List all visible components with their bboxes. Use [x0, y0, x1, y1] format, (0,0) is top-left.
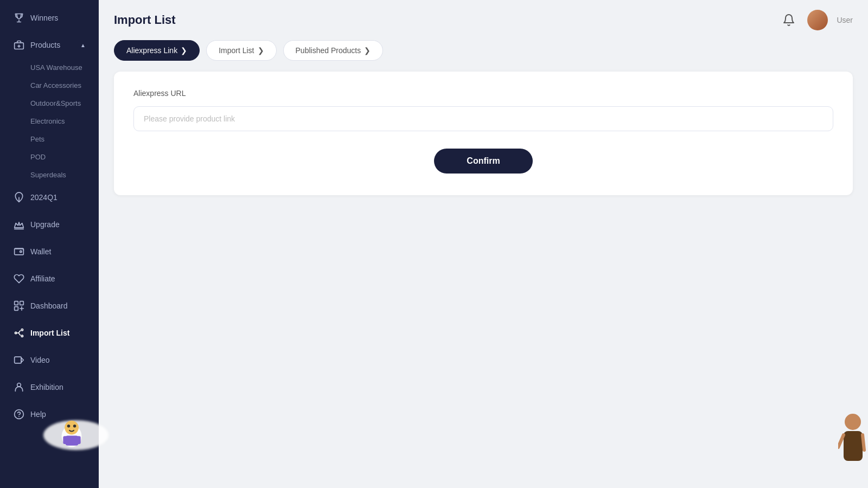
- svg-point-23: [845, 414, 861, 430]
- svg-point-13: [17, 383, 21, 387]
- tab-published-products-chevron-icon: ❯: [364, 46, 371, 55]
- tab-import-list-label: Import List: [219, 46, 254, 55]
- sidebar-item-dashboard-label: Dashboard: [30, 301, 86, 310]
- sidebar-item-help[interactable]: Help: [3, 402, 95, 427]
- sidebar-item-2024q1-label: 2024Q1: [30, 193, 86, 202]
- svg-line-26: [863, 435, 864, 450]
- page-title: Import List: [114, 13, 176, 27]
- leaf-icon: [13, 191, 25, 203]
- tab-import-list-chevron-icon: ❯: [258, 46, 264, 55]
- crown-icon: [13, 219, 25, 230]
- sidebar-item-affiliate-label: Affiliate: [30, 274, 86, 283]
- notification-bell-button[interactable]: [779, 10, 799, 30]
- sidebar-item-dashboard[interactable]: Dashboard: [3, 293, 95, 318]
- svg-marker-12: [21, 358, 23, 362]
- tab-published-products[interactable]: Published Products ❯: [283, 40, 384, 61]
- sidebar-item-upgrade[interactable]: Upgrade: [3, 212, 95, 237]
- tab-aliexpress-link-label: Aliexpress Link: [126, 46, 177, 55]
- chart-icon: [13, 300, 25, 312]
- sidebar-item-products-label: Products: [30, 41, 75, 49]
- svg-point-9: [21, 329, 23, 331]
- tab-aliexpress-link[interactable]: Aliexpress Link ❯: [114, 40, 200, 61]
- sidebar-item-products[interactable]: Products ▲: [3, 33, 95, 57]
- content-area: Aliexpress Link ❯ Import List ❯ Publishe…: [99, 40, 868, 488]
- sidebar-item-wallet[interactable]: Wallet: [3, 239, 95, 264]
- svg-point-10: [21, 335, 23, 337]
- sidebar-item-winners-label: Winners: [30, 14, 86, 22]
- sidebar-item-video[interactable]: Video: [3, 348, 95, 373]
- svg-line-25: [838, 435, 844, 447]
- sidebar-item-pod[interactable]: POD: [3, 149, 95, 165]
- nodes-icon: [13, 327, 25, 339]
- confirm-button-wrapper: Confirm: [133, 149, 833, 174]
- sidebar-item-wallet-label: Wallet: [30, 247, 86, 256]
- svg-rect-4: [15, 248, 24, 255]
- sidebar-item-affiliate[interactable]: Affiliate: [3, 266, 95, 291]
- sidebar-item-upgrade-label: Upgrade: [30, 220, 86, 229]
- wallet-icon: [13, 246, 25, 258]
- url-input[interactable]: [133, 106, 833, 131]
- tab-aliexpress-chevron-icon: ❯: [181, 46, 187, 55]
- header-right: User: [779, 10, 853, 30]
- sidebar-item-exhibition-label: Exhibition: [30, 383, 86, 391]
- person-icon: [13, 381, 25, 393]
- sidebar-item-pets[interactable]: Pets: [3, 131, 95, 147]
- sidebar-item-winners[interactable]: Winners: [3, 5, 95, 30]
- main-content: Import List User Aliexpress Link ❯ Impor…: [99, 0, 868, 488]
- sidebar-item-usa-warehouse[interactable]: USA Warehouse: [3, 59, 95, 76]
- sidebar-item-2024q1[interactable]: 2024Q1: [3, 185, 95, 210]
- tab-import-list[interactable]: Import List ❯: [206, 40, 276, 61]
- sidebar-item-exhibition[interactable]: Exhibition: [3, 375, 95, 400]
- import-card: Aliexpress URL Confirm: [114, 72, 853, 195]
- trophy-icon: [13, 12, 25, 24]
- sidebar-item-video-label: Video: [30, 356, 86, 364]
- sidebar-item-superdeals[interactable]: Superdeals: [3, 166, 95, 183]
- helper-person: [838, 412, 868, 472]
- svg-rect-11: [15, 357, 22, 363]
- user-name: User: [837, 16, 853, 24]
- svg-rect-7: [15, 307, 18, 311]
- url-section-label: Aliexpress URL: [133, 89, 833, 98]
- heart-icon: [13, 273, 25, 285]
- sidebar-item-car-accessories[interactable]: Car Accessories: [3, 77, 95, 94]
- video-icon: [13, 354, 25, 366]
- sidebar-item-outdoor-sports[interactable]: Outdoor&Sports: [3, 95, 95, 112]
- svg-rect-24: [844, 431, 863, 461]
- help-icon: [13, 408, 25, 420]
- tab-published-products-label: Published Products: [296, 46, 361, 55]
- sidebar-item-import-list[interactable]: Import List: [3, 320, 95, 345]
- header: Import List User: [99, 0, 868, 40]
- confirm-button[interactable]: Confirm: [434, 149, 532, 174]
- tab-bar: Aliexpress Link ❯ Import List ❯ Publishe…: [114, 40, 853, 61]
- svg-rect-6: [20, 301, 24, 305]
- box-icon: [13, 39, 25, 51]
- sidebar: Winners Products ▲ USA Warehouse Car Acc…: [0, 0, 99, 488]
- sidebar-item-import-list-label: Import List: [30, 329, 86, 337]
- products-chevron-icon: ▲: [80, 42, 86, 48]
- sidebar-item-electronics[interactable]: Electronics: [3, 113, 95, 130]
- svg-rect-5: [15, 301, 18, 305]
- avatar[interactable]: [807, 10, 828, 30]
- sidebar-item-help-label: Help: [30, 410, 86, 419]
